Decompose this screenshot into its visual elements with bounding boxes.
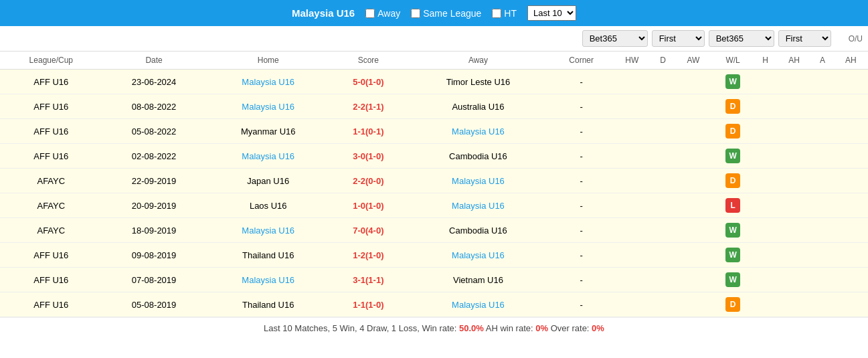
- cell-date: 23-06-2024: [102, 70, 206, 94]
- cell-hw: [612, 268, 651, 292]
- away-team-link[interactable]: Malaysia U16: [452, 250, 505, 260]
- cell-d: [651, 268, 675, 292]
- col-league: League/Cup: [0, 52, 102, 70]
- header-bar: Malaysia U16 Away Same League HT Last 10…: [0, 0, 868, 26]
- cell-aw: [675, 243, 712, 268]
- cell-score: 2-2(0-0): [331, 169, 406, 193]
- col-ah2: AH: [834, 52, 868, 70]
- away-team-link[interactable]: Malaysia U16: [452, 176, 505, 186]
- cell-league: AFAYC: [0, 169, 102, 193]
- home-team: Thailand U16: [242, 250, 294, 260]
- col-h: H: [754, 52, 777, 70]
- ht-checkbox[interactable]: [492, 9, 501, 18]
- cell-d: [651, 70, 675, 94]
- cell-a: [811, 268, 833, 292]
- home-team-link[interactable]: Malaysia U16: [242, 275, 294, 285]
- cell-score: 1-0(1-0): [331, 193, 406, 218]
- ah-label: AH win rate:: [486, 323, 533, 333]
- cell-h: [754, 119, 777, 144]
- away-team-link[interactable]: Malaysia U16: [452, 126, 505, 137]
- team-title: Malaysia U16: [292, 7, 355, 19]
- cell-aw: [675, 292, 712, 317]
- cell-a: [811, 218, 833, 243]
- cell-home: Japan U16: [206, 169, 331, 193]
- cell-ah2: [834, 119, 868, 144]
- same-league-checkbox[interactable]: [411, 9, 420, 18]
- cell-league: AFAYC: [0, 193, 102, 218]
- col-away: Away: [406, 52, 550, 70]
- cell-home: Myanmar U16: [206, 119, 331, 144]
- table-row: AFAYC 22-09-2019 Japan U16 2-2(0-0) Mala…: [0, 169, 868, 193]
- away-team-link[interactable]: Malaysia U16: [452, 300, 505, 310]
- cell-d: [651, 243, 675, 268]
- first2-select[interactable]: First Second Both: [778, 30, 831, 47]
- cell-league: AFF U16: [0, 119, 102, 144]
- last-select[interactable]: Last 10 Last 20 Last 30 All: [527, 5, 576, 21]
- cell-ah1: [777, 292, 811, 317]
- wl-badge: W: [725, 248, 740, 262]
- away-checkbox[interactable]: [365, 9, 375, 18]
- home-team: Myanmar U16: [241, 126, 296, 137]
- cell-league: AFF U16: [0, 70, 102, 94]
- home-team-link[interactable]: Malaysia U16: [242, 77, 294, 87]
- table-row: AFAYC 18-09-2019 Malaysia U16 7-0(4-0) C…: [0, 218, 868, 243]
- cell-hw: [612, 193, 651, 218]
- cell-away: Timor Leste U16: [406, 70, 550, 94]
- cell-h: [754, 243, 777, 268]
- col-d: D: [651, 52, 675, 70]
- cell-score: 3-0(1-0): [331, 144, 406, 169]
- cell-ah1: [777, 268, 811, 292]
- cell-wl: D: [712, 94, 754, 119]
- cell-h: [754, 169, 777, 193]
- home-team-link[interactable]: Malaysia U16: [242, 151, 294, 161]
- away-checkbox-label[interactable]: Away: [365, 8, 400, 19]
- table-row: AFF U16 02-08-2022 Malaysia U16 3-0(1-0)…: [0, 144, 868, 169]
- col-date: Date: [102, 52, 206, 70]
- cell-d: [651, 169, 675, 193]
- cell-hw: [612, 218, 651, 243]
- cell-wl: W: [712, 218, 754, 243]
- cell-away: Australia U16: [406, 94, 550, 119]
- away-team: Australia U16: [452, 102, 504, 112]
- col-home: Home: [206, 52, 331, 70]
- home-team: Laos U16: [250, 201, 287, 211]
- ou-label: O/U: [849, 34, 863, 43]
- bookmaker1-select[interactable]: Bet365 William Hill 1xBet: [582, 30, 648, 47]
- wl-badge: D: [725, 297, 740, 312]
- cell-date: 18-09-2019: [102, 218, 206, 243]
- cell-wl: L: [712, 193, 754, 218]
- first1-select[interactable]: First Second Both: [652, 30, 705, 47]
- table-row: AFF U16 07-08-2019 Malaysia U16 3-1(1-1)…: [0, 268, 868, 292]
- away-team-link[interactable]: Malaysia U16: [452, 201, 505, 211]
- cell-h: [754, 268, 777, 292]
- cell-wl: D: [712, 292, 754, 317]
- cell-a: [811, 292, 833, 317]
- cell-d: [651, 119, 675, 144]
- cell-score: 7-0(4-0): [331, 218, 406, 243]
- cell-home: Malaysia U16: [206, 268, 331, 292]
- cell-score: 1-2(1-0): [331, 243, 406, 268]
- wl-badge: W: [725, 74, 740, 89]
- cell-home: Laos U16: [206, 193, 331, 218]
- same-league-checkbox-label[interactable]: Same League: [411, 8, 481, 19]
- same-league-label: Same League: [423, 8, 481, 19]
- cell-home: Thailand U16: [206, 243, 331, 268]
- cell-home: Malaysia U16: [206, 70, 331, 94]
- table-row: AFF U16 05-08-2022 Myanmar U16 1-1(0-1) …: [0, 119, 868, 144]
- cell-aw: [675, 94, 712, 119]
- cell-corner: -: [550, 243, 612, 268]
- cell-aw: [675, 70, 712, 94]
- ht-checkbox-label[interactable]: HT: [492, 8, 517, 19]
- home-team-link[interactable]: Malaysia U16: [242, 226, 294, 236]
- cell-h: [754, 292, 777, 317]
- table-header: League/Cup Date Home Score Away Corner H…: [0, 52, 868, 70]
- col-ah1: AH: [777, 52, 811, 70]
- over-label: Over rate:: [551, 323, 590, 333]
- cell-league: AFF U16: [0, 268, 102, 292]
- table-row: AFF U16 08-08-2022 Malaysia U16 2-2(1-1)…: [0, 94, 868, 119]
- cell-hw: [612, 119, 651, 144]
- bookmaker2-select[interactable]: Bet365 William Hill 1xBet: [709, 30, 774, 47]
- cell-away: Malaysia U16: [406, 119, 550, 144]
- cell-away: Malaysia U16: [406, 292, 550, 317]
- home-team-link[interactable]: Malaysia U16: [242, 102, 294, 112]
